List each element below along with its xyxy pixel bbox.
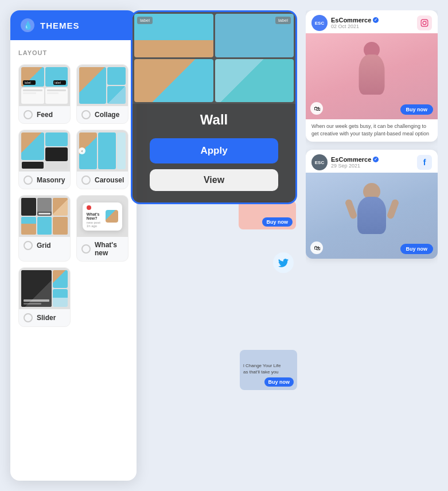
facebook-icon-2: f [417,155,432,170]
wall-title: Wall [133,112,295,128]
wall-popup: label label Wall Apply View [131,10,297,204]
grid-name-row: Grid [19,237,70,254]
collage-name-row: Collage [77,106,128,123]
post-1-info: EsCommerce ✓ 02 Oct 2021 [331,17,379,29]
verified-badge-2: ✓ [373,157,379,162]
post-1-caption: When our week gets busy, it can be chall… [306,119,438,142]
themes-title: THEMES [40,21,80,30]
post-1-name: EsCommerce ✓ [331,17,379,24]
layout-grid: label label [18,64,128,327]
layout-item-masonry[interactable]: Masonry [18,130,71,189]
collage-radio[interactable] [81,110,91,119]
post-2-info: EsCommerce ✓ 29 Sep 2021 [331,156,379,169]
feed-label: Feed [37,111,53,119]
masonry-radio[interactable] [24,176,33,185]
post-2-avatar: ESC [311,154,328,170]
post-1-header: ESC EsCommerce ✓ 02 Oct 2021 [306,10,438,33]
bg-partial-card-2: l Change Your Lifeas that'll take you Bu… [240,350,297,390]
layout-item-whatsnew[interactable]: What's New? new post 1h ago What's new [76,195,128,262]
layout-item-feed[interactable]: label label [18,64,71,124]
preview-panel: ESC EsCommerce ✓ 02 Oct 2021 [306,10,438,481]
masonry-thumb [19,130,70,172]
apply-button[interactable]: Apply [150,138,278,163]
feed-name-row: Feed [19,106,70,123]
masonry-name-row: Masonry [19,172,70,189]
slider-name-row: Slider [19,309,70,326]
layout-item-collage[interactable]: Collage [76,64,128,124]
masonry-label: Masonry [37,176,65,184]
collage-label: Collage [95,111,119,119]
grid-thumb [19,196,70,237]
post-card-2: ESC EsCommerce ✓ 29 Sep 2021 f [306,150,438,259]
post-1-image: 🛍 Buy now [306,33,438,119]
water-icon: 💧 [21,18,34,32]
collage-thumb [77,65,128,106]
wall-label-overlay-1: label [137,17,153,24]
wall-popup-buttons: Apply View [133,138,295,191]
carousel-prev-arrow: ‹ [79,147,85,154]
whatsnew-label: What's new [95,241,123,257]
layout-section: LAYOUT label [10,40,137,336]
layout-item-carousel[interactable]: ‹ Carousel [76,130,128,189]
wall-popup-thumb: label label [133,12,295,104]
layout-item-slider[interactable]: Slider [18,267,71,327]
slider-thumb [19,268,70,309]
slider-label: Slider [37,314,56,322]
post-1-date: 02 Oct 2021 [331,24,379,29]
bg-partial-card: Buy now [239,201,296,229]
verified-badge-1: ✓ [373,17,379,23]
svg-rect-0 [421,20,428,26]
view-button[interactable]: View [150,169,278,191]
carousel-name-row: Carousel [77,172,128,189]
buy-now-btn-2[interactable]: Buy now [400,244,434,254]
grid-label: Grid [37,241,51,250]
themes-panel: 💧 THEMES LAYOUT label [10,10,137,481]
slider-radio[interactable] [24,313,33,322]
post-card-1: ESC EsCommerce ✓ 02 Oct 2021 [306,10,438,142]
layout-label: LAYOUT [18,49,128,56]
post-2-name: EsCommerce ✓ [331,156,379,163]
post-2-header: ESC EsCommerce ✓ 29 Sep 2021 f [306,150,438,173]
feed-thumb: label label [19,65,70,106]
bag-icon-1: 🛍 [310,102,323,115]
whatsnew-name-row: What's new [77,237,128,261]
post-2-date: 29 Sep 2021 [331,163,379,169]
wall-label-overlay-2: label [275,17,291,24]
grid-radio[interactable] [24,241,33,250]
buy-now-btn-1[interactable]: Buy now [400,104,434,115]
whatsnew-thumb: What's New? new post 1h ago [77,196,128,237]
twitter-icon [273,252,294,273]
post-1-author: ESC EsCommerce ✓ 02 Oct 2021 [311,15,379,31]
post-2-image: 🛍 Buy now [306,173,438,259]
svg-point-1 [423,21,426,25]
carousel-radio[interactable] [81,176,91,185]
whatsnew-radio[interactable] [81,244,91,254]
themes-header: 💧 THEMES [10,10,137,40]
bg-buy-now-btn: Buy now [262,216,293,226]
feed-radio[interactable] [24,110,33,119]
carousel-label: Carousel [95,176,124,184]
layout-item-grid[interactable]: Grid [18,195,71,262]
whatsnew-card-preview: What's New? new post 1h ago [83,202,122,231]
wall-thumb-cell-4 [215,59,294,103]
post-1-avatar: ESC [311,15,328,31]
carousel-thumb: ‹ [77,130,128,172]
instagram-icon-1 [417,15,432,30]
svg-point-2 [426,21,427,21]
post-2-author: ESC EsCommerce ✓ 29 Sep 2021 [311,154,379,170]
wall-thumb-cell-3 [134,59,213,103]
